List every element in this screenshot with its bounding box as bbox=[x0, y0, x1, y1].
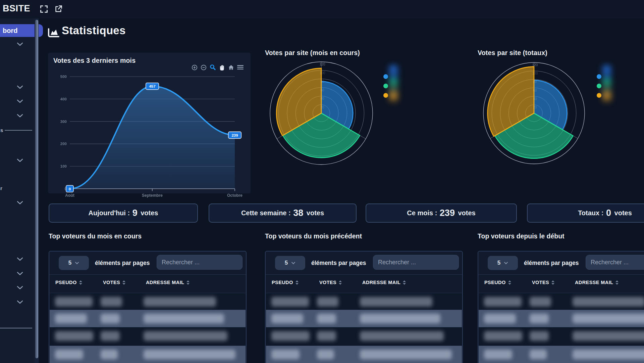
line-chart-plot[interactable]: 5004003002001000AoûtSeptembreOctobre 0 4… bbox=[48, 53, 251, 199]
chevron-down-icon[interactable] bbox=[17, 300, 23, 304]
legend-dot[interactable] bbox=[383, 84, 388, 88]
svg-text:239: 239 bbox=[231, 133, 238, 137]
legend-dot[interactable] bbox=[597, 74, 601, 79]
redacted-cell bbox=[144, 331, 227, 341]
page-size-select[interactable]: 5 bbox=[275, 256, 305, 270]
column-header-label: PSEUDO bbox=[272, 280, 293, 285]
table-search bbox=[586, 255, 644, 270]
stat-label: Ce mois : bbox=[407, 209, 439, 217]
table-card: 5 éléments par pages PSEUDO VOTES ADRESS… bbox=[478, 251, 644, 363]
polar-month-title: Votes par site (mois en cours) bbox=[265, 49, 360, 57]
table-row[interactable] bbox=[479, 327, 644, 346]
column-header-label: ADRESSE MAIL bbox=[146, 280, 184, 285]
search-input[interactable] bbox=[157, 255, 247, 269]
table-row[interactable] bbox=[479, 346, 644, 363]
table-row[interactable] bbox=[50, 310, 246, 327]
chevron-down-icon[interactable] bbox=[17, 99, 23, 103]
column-header-label: VOTES bbox=[532, 280, 549, 285]
chevron-down-icon[interactable] bbox=[17, 272, 23, 276]
column-header-sort[interactable]: VOTES bbox=[319, 280, 342, 285]
table-row[interactable] bbox=[50, 346, 246, 363]
svg-text:400: 400 bbox=[60, 97, 67, 101]
stat-value: 38 bbox=[292, 208, 305, 218]
redacted-cell bbox=[144, 314, 224, 323]
stat-card[interactable]: Cette semaine : 38 votes bbox=[209, 203, 357, 223]
redacted-cell bbox=[101, 350, 118, 359]
sidebar-truncated-label: r bbox=[0, 185, 2, 191]
redacted-cell bbox=[573, 297, 644, 307]
chevron-down-icon[interactable] bbox=[17, 286, 23, 290]
table-row[interactable] bbox=[479, 293, 644, 310]
stat-card[interactable]: Totaux : 0 votes bbox=[527, 203, 644, 223]
chevron-down-icon[interactable] bbox=[17, 201, 23, 205]
brand-logo: BSITE bbox=[3, 3, 30, 14]
stat-unit: votes bbox=[305, 209, 324, 217]
area-chart-icon bbox=[47, 27, 60, 38]
polar-total-chart[interactable]: 20406080100120 bbox=[480, 59, 588, 167]
table-row[interactable] bbox=[266, 346, 462, 363]
svg-text:Août: Août bbox=[65, 193, 74, 198]
chevron-down-icon[interactable] bbox=[17, 114, 23, 118]
column-header-sort[interactable]: VOTES bbox=[532, 280, 554, 285]
column-header-sort[interactable]: ADRESSE MAIL bbox=[146, 280, 190, 285]
sidebar-truncated-label: s bbox=[0, 127, 3, 133]
redacted-cell bbox=[55, 350, 83, 359]
redacted-cell bbox=[144, 297, 216, 307]
page-size-label: éléments par pages bbox=[311, 260, 366, 267]
search-input[interactable] bbox=[586, 255, 644, 269]
page-size-value: 5 bbox=[497, 260, 500, 266]
column-header-label: VOTES bbox=[319, 280, 336, 285]
table-row[interactable] bbox=[266, 327, 462, 346]
chevron-down-icon[interactable] bbox=[17, 257, 23, 261]
column-header-sort[interactable]: ADRESSE MAIL bbox=[362, 280, 406, 285]
page-size-select[interactable]: 5 bbox=[488, 256, 518, 270]
redacted-cell bbox=[271, 297, 309, 307]
column-header-sort[interactable]: ADRESSE MAIL bbox=[575, 280, 619, 285]
redacted-cell bbox=[530, 314, 549, 323]
chevron-down-icon[interactable] bbox=[17, 42, 23, 46]
chevron-down-icon[interactable] bbox=[17, 158, 23, 163]
redacted-cell bbox=[530, 331, 549, 341]
column-header-label: VOTES bbox=[103, 280, 120, 285]
svg-text:80: 80 bbox=[320, 80, 324, 83]
stat-card[interactable]: Ce mois : 239 votes bbox=[366, 203, 517, 223]
polar-month-chart[interactable]: 20406080100120 bbox=[267, 58, 376, 168]
redacted-cell bbox=[573, 314, 644, 323]
stat-value: 239 bbox=[439, 208, 456, 218]
table-row[interactable] bbox=[266, 310, 462, 327]
fullscreen-icon[interactable] bbox=[40, 5, 48, 13]
redacted-cell bbox=[55, 297, 93, 307]
svg-text:80: 80 bbox=[533, 80, 537, 84]
column-header-sort[interactable]: PSEUDO bbox=[484, 280, 511, 285]
stat-card[interactable]: Aujourd'hui : 9 votes bbox=[49, 203, 198, 223]
table-title: Top voteurs du mois en cours bbox=[49, 232, 142, 240]
table-row[interactable] bbox=[50, 327, 246, 346]
table-row[interactable] bbox=[266, 293, 462, 310]
redacted-cell bbox=[317, 331, 336, 341]
external-link-icon[interactable] bbox=[54, 5, 63, 13]
legend-dot[interactable] bbox=[383, 74, 388, 79]
stat-unit: votes bbox=[612, 209, 632, 217]
redacted-cell bbox=[144, 350, 235, 359]
redacted-cell bbox=[573, 331, 644, 341]
column-header-sort[interactable]: VOTES bbox=[103, 280, 125, 285]
page-size-select[interactable]: 5 bbox=[59, 256, 89, 270]
column-header-sort[interactable]: PSEUDO bbox=[55, 280, 82, 285]
sidebar-divider bbox=[5, 130, 32, 131]
legend-dot[interactable] bbox=[597, 84, 601, 88]
svg-text:120: 120 bbox=[320, 62, 325, 66]
legend-dot[interactable] bbox=[383, 93, 388, 98]
sidebar-divider bbox=[0, 328, 32, 328]
redacted-cell bbox=[101, 297, 122, 307]
chevron-down-icon[interactable] bbox=[17, 85, 23, 89]
page-size-value: 5 bbox=[285, 260, 288, 266]
svg-text:20: 20 bbox=[533, 105, 537, 109]
table-row[interactable] bbox=[479, 310, 644, 327]
legend-dot[interactable] bbox=[597, 93, 601, 98]
sidebar-scrollbar-thumb[interactable] bbox=[35, 20, 38, 358]
column-header-sort[interactable]: PSEUDO bbox=[272, 280, 299, 285]
page-title: Statistiques bbox=[62, 24, 126, 37]
search-input[interactable] bbox=[373, 255, 463, 269]
svg-text:Octobre: Octobre bbox=[227, 193, 243, 198]
table-row[interactable] bbox=[50, 293, 246, 310]
